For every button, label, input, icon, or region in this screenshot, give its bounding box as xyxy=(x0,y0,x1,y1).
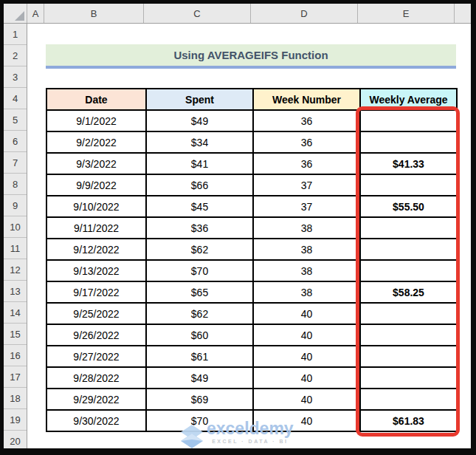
cell-date[interactable]: 9/29/2022 xyxy=(47,389,147,411)
cell-date[interactable]: 9/26/2022 xyxy=(47,325,147,346)
cell-date[interactable]: 9/30/2022 xyxy=(47,411,147,432)
cell-spent[interactable]: $66 xyxy=(147,175,254,196)
column-header[interactable]: C xyxy=(144,4,251,23)
header-cell-date[interactable]: Date xyxy=(47,89,147,111)
row-header[interactable]: 19 xyxy=(4,409,27,431)
row-header[interactable]: 1 xyxy=(4,24,27,45)
row-header[interactable]: 6 xyxy=(4,131,27,152)
watermark-tagline: EXCEL · DATA · BI xyxy=(212,439,288,444)
cell-weekly-average[interactable] xyxy=(361,346,458,368)
row-header[interactable]: 9 xyxy=(4,195,27,216)
watermark-brand: exceldemy xyxy=(207,420,294,437)
cell-date[interactable]: 9/12/2022 xyxy=(47,239,147,261)
banner-underline xyxy=(46,66,456,69)
cell-date[interactable]: 9/10/2022 xyxy=(47,196,147,218)
cell-date[interactable]: 9/1/2022 xyxy=(47,111,147,132)
row-header[interactable]: 14 xyxy=(4,302,27,324)
row-header[interactable]: 15 xyxy=(4,324,27,345)
row-header[interactable]: 18 xyxy=(4,388,27,409)
cell-week-number[interactable]: 40 xyxy=(254,325,361,346)
cell-spent[interactable]: $70 xyxy=(147,261,254,282)
cell-date[interactable]: 9/28/2022 xyxy=(47,368,147,389)
cell-spent[interactable]: $41 xyxy=(147,154,254,175)
cell-spent[interactable]: $49 xyxy=(147,111,254,132)
row-header[interactable]: 4 xyxy=(4,88,27,109)
cell-week-number[interactable]: 37 xyxy=(254,196,361,218)
cell-weekly-average[interactable] xyxy=(361,218,458,239)
cell-spent[interactable]: $45 xyxy=(147,196,254,218)
cell-date[interactable]: 9/2/2022 xyxy=(47,132,147,154)
worksheet-area: A B C D E 1 2 3 4 xyxy=(4,4,471,448)
cell-weekly-average[interactable] xyxy=(361,111,458,132)
cell-weekly-average[interactable] xyxy=(361,175,458,196)
row-header[interactable]: 5 xyxy=(4,109,27,131)
cell-weekly-average[interactable]: $55.50 xyxy=(361,196,458,218)
column-letters: A B C D E xyxy=(27,4,455,23)
cell-weekly-average[interactable] xyxy=(361,325,458,346)
row-header-column: 1 2 3 4 5 6 7 8 9 10 11 12 xyxy=(4,24,27,448)
cell-spent[interactable]: $61 xyxy=(147,346,254,368)
row-header[interactable]: 12 xyxy=(4,259,27,281)
column-header[interactable]: E xyxy=(358,4,455,23)
cell-spent[interactable]: $65 xyxy=(147,282,254,304)
column-header-row: A B C D E xyxy=(4,4,471,24)
cell-week-number[interactable]: 40 xyxy=(254,304,361,325)
column-header-filler xyxy=(455,4,471,23)
cell-date[interactable]: 9/3/2022 xyxy=(47,154,147,175)
cell-week-number[interactable]: 37 xyxy=(254,175,361,196)
cell-weekly-average[interactable] xyxy=(361,304,458,325)
row-header[interactable]: 2 xyxy=(4,45,27,66)
cell-weekly-average[interactable]: $41.33 xyxy=(361,154,458,175)
row-header[interactable]: 17 xyxy=(4,366,27,388)
cell-week-number[interactable]: 36 xyxy=(254,111,361,132)
cell-week-number[interactable]: 38 xyxy=(254,282,361,304)
cell-spent[interactable]: $62 xyxy=(147,239,254,261)
row-header[interactable]: 16 xyxy=(4,345,27,366)
cell-week-number[interactable]: 40 xyxy=(254,368,361,389)
cell-spent[interactable]: $60 xyxy=(147,325,254,346)
select-all-corner[interactable] xyxy=(4,4,27,23)
select-all-triangle-icon xyxy=(15,11,24,21)
cell-week-number[interactable]: 38 xyxy=(254,261,361,282)
cell-spent[interactable]: $69 xyxy=(147,389,254,411)
cell-date[interactable]: 9/9/2022 xyxy=(47,175,147,196)
cell-weekly-average[interactable]: $61.83 xyxy=(361,411,458,432)
row-header[interactable]: 11 xyxy=(4,238,27,259)
cell-weekly-average[interactable] xyxy=(361,132,458,154)
cell-date[interactable]: 9/27/2022 xyxy=(47,346,147,368)
cell-spent[interactable]: $62 xyxy=(147,304,254,325)
cell-week-number[interactable]: 36 xyxy=(254,154,361,175)
row-header[interactable]: 10 xyxy=(4,216,27,238)
cell-spent[interactable]: $36 xyxy=(147,218,254,239)
row-header[interactable]: 7 xyxy=(4,152,27,174)
row-header[interactable]: 8 xyxy=(4,174,27,195)
cell-week-number[interactable]: 40 xyxy=(254,346,361,368)
cell-week-number[interactable]: 36 xyxy=(254,132,361,154)
column-header[interactable]: A xyxy=(27,4,44,23)
cell-week-number[interactable]: 40 xyxy=(254,389,361,411)
title-banner-cell[interactable]: Using AVERAGEIFS Function xyxy=(46,44,456,66)
cell-weekly-average[interactable] xyxy=(361,368,458,389)
header-cell-weekly-average[interactable]: Weekly Average xyxy=(361,89,458,111)
watermark: exceldemy EXCEL · DATA · BI xyxy=(181,420,294,448)
cell-weekly-average[interactable] xyxy=(361,389,458,411)
row-header[interactable]: 13 xyxy=(4,281,27,302)
cell-spent[interactable]: $34 xyxy=(147,132,254,154)
cell-date[interactable]: 9/11/2022 xyxy=(47,218,147,239)
row-header[interactable]: 3 xyxy=(4,66,27,88)
cell-weekly-average[interactable] xyxy=(361,239,458,261)
cell-date[interactable]: 9/25/2022 xyxy=(47,304,147,325)
cell-date[interactable]: 9/17/2022 xyxy=(47,282,147,304)
cell-week-number[interactable]: 38 xyxy=(254,218,361,239)
data-table: Date Spent Week Number Weekly Average 9/… xyxy=(46,88,458,432)
row-header[interactable]: 20 xyxy=(4,431,27,448)
column-header[interactable]: B xyxy=(44,4,144,23)
cell-date[interactable]: 9/13/2022 xyxy=(47,261,147,282)
cell-weekly-average[interactable] xyxy=(361,261,458,282)
header-cell-week-number[interactable]: Week Number xyxy=(254,89,361,111)
cell-spent[interactable]: $49 xyxy=(147,368,254,389)
header-cell-spent[interactable]: Spent xyxy=(147,89,254,111)
column-header[interactable]: D xyxy=(251,4,358,23)
cell-weekly-average[interactable]: $58.25 xyxy=(361,282,458,304)
cell-week-number[interactable]: 38 xyxy=(254,239,361,261)
